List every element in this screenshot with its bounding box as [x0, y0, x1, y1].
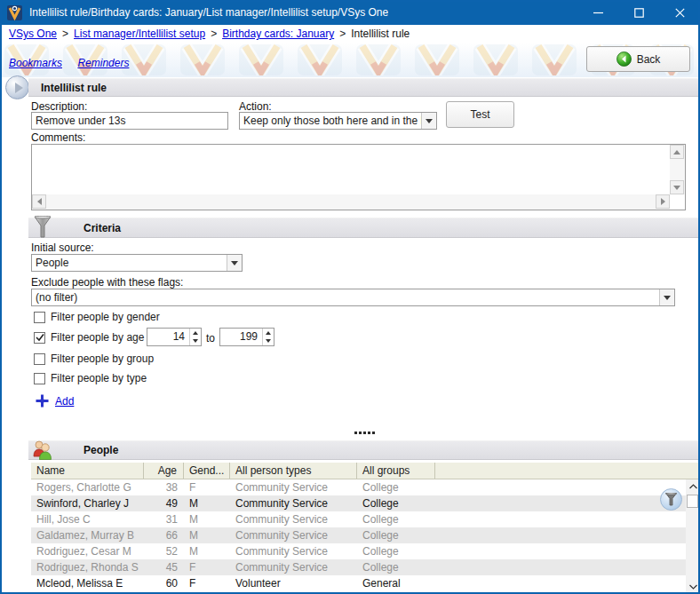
table-row[interactable]: Hill, Jose C31MCommunity ServiceCollege: [31, 511, 686, 527]
description-input[interactable]: Remove under 13s: [31, 112, 228, 130]
table-vertical-scrollbar[interactable]: [686, 479, 700, 593]
cell-groups: College: [357, 543, 435, 559]
checkbox-icon[interactable]: [34, 332, 45, 344]
age-to-stepper[interactable]: 199: [219, 328, 274, 346]
breadcrumb-item[interactable]: VSys One: [9, 28, 57, 40]
people-section-header: People: [28, 440, 700, 460]
table-row[interactable]: Rodriguez, Cesar M52MCommunity ServiceCo…: [31, 543, 686, 559]
chevron-down-icon[interactable]: [421, 113, 436, 129]
breadcrumb-separator: >: [62, 28, 68, 40]
checkbox-icon[interactable]: [34, 312, 45, 323]
column-header-groups[interactable]: All groups: [357, 463, 435, 479]
column-header-name[interactable]: Name: [31, 463, 144, 479]
comments-horizontal-scrollbar[interactable]: [32, 194, 670, 210]
comments-label: Comments:: [31, 131, 85, 144]
spin-up-icon[interactable]: [263, 329, 274, 337]
breadcrumb-item[interactable]: List manager/Intellilist setup: [74, 28, 205, 40]
column-header-person-types[interactable]: All person types: [230, 463, 357, 479]
minimize-button[interactable]: [577, 0, 618, 25]
vsys-logo-icon: [7, 5, 22, 20]
table-row[interactable]: Mcleod, Melissa E60FVolunteerGeneral: [31, 575, 686, 591]
splitter-handle[interactable]: [354, 432, 375, 434]
bookmarks-link[interactable]: Bookmarks: [9, 57, 62, 69]
action-select[interactable]: Keep only those both here and in the lis…: [239, 112, 437, 130]
scroll-up-icon[interactable]: [686, 479, 700, 493]
filter-age-checkbox[interactable]: Filter people by age: [34, 331, 144, 344]
breadcrumb-separator: >: [339, 28, 346, 40]
close-button[interactable]: [659, 0, 700, 25]
comments-textarea[interactable]: [31, 144, 686, 210]
section-expand-icon[interactable]: [5, 75, 29, 99]
back-button-label: Back: [637, 53, 661, 66]
filter-gender-checkbox[interactable]: Filter people by gender: [34, 311, 160, 323]
initial-source-label: Initial source:: [31, 242, 94, 254]
spin-up-icon[interactable]: [190, 329, 201, 337]
cell-filler: [435, 559, 686, 575]
cell-name: Mcleod, Melissa E: [31, 575, 144, 591]
vsys-watermark-icon: [529, 44, 579, 77]
cell-filler: [435, 575, 686, 591]
cell-gender: M: [184, 495, 230, 511]
checkbox-icon[interactable]: [34, 373, 45, 384]
rule-section-title: Intellilist rule: [41, 82, 107, 94]
scroll-down-icon[interactable]: [686, 580, 700, 593]
breadcrumb-item: Intellilist rule: [351, 28, 410, 40]
add-link-label[interactable]: Add: [55, 395, 74, 408]
test-button-label: Test: [470, 108, 489, 121]
people-icon: [32, 440, 53, 463]
app-window: Intellilist rule/Birthday cards: January…: [0, 0, 700, 594]
chevron-down-icon[interactable]: [227, 255, 242, 271]
cell-filler: [435, 527, 686, 543]
scrollbar-thumb[interactable]: [687, 495, 698, 508]
table-row[interactable]: Galdamez, Murray B66MCommunity ServiceCo…: [31, 527, 686, 543]
cell-groups: General: [357, 575, 435, 591]
column-header-gender[interactable]: Gend...: [184, 463, 230, 479]
add-criteria-button[interactable]: Add: [35, 393, 74, 408]
table-row[interactable]: Rogers, Charlotte G38FCommunity ServiceC…: [31, 479, 686, 495]
vsys-watermark-icon: [178, 44, 227, 77]
initial-source-select[interactable]: People: [31, 254, 243, 272]
column-header-age[interactable]: Age: [144, 463, 184, 479]
filter-type-checkbox[interactable]: Filter people by type: [34, 372, 147, 384]
scroll-up-icon[interactable]: [670, 145, 684, 159]
people-section-title: People: [84, 444, 118, 456]
initial-source-value: People: [32, 255, 227, 271]
spin-down-icon[interactable]: [263, 337, 274, 346]
scroll-left-icon[interactable]: [32, 194, 46, 209]
exclude-flags-select[interactable]: (no filter): [31, 289, 675, 306]
vsys-watermark-icon: [412, 44, 462, 77]
cell-filler: [435, 543, 686, 559]
cell-age: 49: [144, 495, 184, 511]
cell-groups: College: [357, 479, 435, 495]
window-title: Intellilist rule/Birthday cards: January…: [29, 6, 388, 19]
filter-group-checkbox[interactable]: Filter people by group: [34, 352, 154, 365]
table-filter-button[interactable]: [660, 488, 682, 511]
back-button[interactable]: Back: [586, 46, 690, 72]
cell-types: Community Service: [230, 527, 357, 543]
reminders-link[interactable]: Reminders: [77, 57, 129, 69]
cell-types: Community Service: [230, 511, 357, 527]
criteria-section-title: Criteria: [84, 222, 121, 234]
action-label: Action:: [239, 100, 272, 113]
age-to-label: to: [206, 332, 215, 345]
cell-types: Volunteer: [230, 575, 357, 591]
scroll-down-icon[interactable]: [670, 180, 684, 194]
table-row[interactable]: Rodriguez, Rhonda S45FCommunity ServiceC…: [31, 559, 686, 575]
test-button[interactable]: Test: [446, 101, 514, 128]
scroll-right-icon[interactable]: [656, 194, 670, 209]
cell-gender: M: [184, 511, 230, 527]
maximize-button[interactable]: [618, 0, 659, 25]
action-selected-value: Keep only those both here and in the lis…: [240, 113, 421, 129]
cell-types: Community Service: [230, 479, 357, 495]
cell-age: 38: [144, 479, 184, 495]
chevron-down-icon[interactable]: [659, 289, 674, 305]
cell-age: 52: [144, 543, 184, 559]
breadcrumb-item[interactable]: Birthday cards: January: [222, 28, 334, 40]
cell-types: Community Service: [230, 559, 357, 575]
age-from-stepper[interactable]: 14: [147, 328, 202, 346]
spin-down-icon[interactable]: [190, 337, 201, 346]
comments-vertical-scrollbar[interactable]: [670, 145, 685, 194]
table-row[interactable]: Swinford, Charley J49MCommunity ServiceC…: [31, 495, 686, 511]
checkbox-icon[interactable]: [34, 353, 45, 365]
cell-age: 66: [144, 527, 184, 543]
